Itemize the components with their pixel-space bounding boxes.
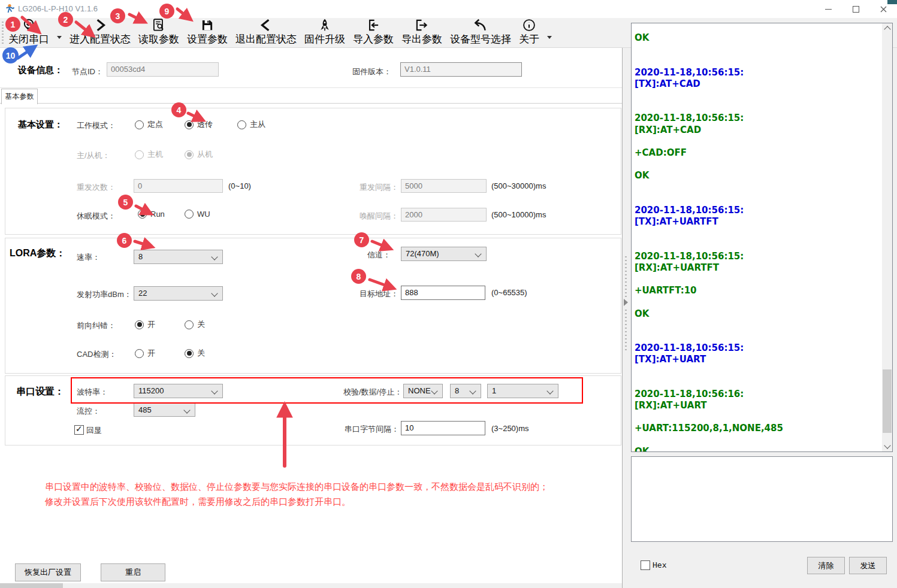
log-line: OK bbox=[635, 170, 783, 181]
log-line bbox=[635, 435, 783, 446]
rate-dropdown[interactable]: 8 bbox=[134, 250, 223, 264]
resend-interval-field[interactable]: 5000 bbox=[401, 179, 487, 193]
set-params-button[interactable]: 设置参数 bbox=[187, 17, 228, 46]
close-port-dropdown-caret[interactable] bbox=[57, 36, 62, 39]
close-port-label: 关闭串口 bbox=[8, 33, 49, 46]
step-circle-7: 7 bbox=[354, 232, 369, 247]
exit-config-label: 退出配置状态 bbox=[235, 33, 297, 46]
log-line: +UARTFT:10 bbox=[635, 285, 783, 296]
scroll-up-arrow-icon[interactable] bbox=[882, 23, 892, 34]
tab-basic-params[interactable]: 基本参数 bbox=[1, 89, 38, 104]
radio-run[interactable]: Run bbox=[138, 210, 165, 219]
step-circle-5: 5 bbox=[118, 195, 133, 210]
window-title: LG206-L-P-H10 V1.1.6 bbox=[18, 4, 98, 13]
scroll-down-arrow-icon[interactable] bbox=[882, 441, 892, 451]
radio-label: 关 bbox=[197, 319, 205, 330]
send-button[interactable]: 发送 bbox=[849, 557, 887, 574]
log-line: [TX]:AT+UARTFT bbox=[635, 216, 783, 228]
exit-config-button[interactable]: 退出配置状态 bbox=[235, 17, 297, 46]
toolbar-gripper[interactable] bbox=[2, 22, 4, 46]
send-input-area[interactable] bbox=[631, 456, 893, 542]
log-scrollbar-thumb[interactable] bbox=[883, 369, 892, 433]
log-line: [RX]:AT+UART bbox=[635, 400, 783, 411]
restart-button[interactable]: 重启 bbox=[101, 563, 165, 581]
horizontal-scrollbar-thumb[interactable] bbox=[0, 583, 63, 588]
maximize-icon bbox=[853, 6, 859, 13]
step-circle-8: 8 bbox=[351, 269, 366, 284]
target-addr-field[interactable]: 888 bbox=[401, 286, 485, 300]
enter-config-label: 进入配置状态 bbox=[70, 33, 131, 46]
read-params-label: 读取参数 bbox=[138, 33, 179, 46]
sleep-mode-label: 休眠模式： bbox=[77, 211, 116, 222]
horizontal-scrollbar[interactable] bbox=[0, 583, 622, 588]
radio-work-mode-master-slave[interactable]: 主从 bbox=[237, 119, 265, 130]
radio-circle bbox=[237, 120, 246, 129]
chevron-left-icon bbox=[258, 17, 274, 33]
radio-work-mode-fixed[interactable]: 定点 bbox=[135, 119, 163, 130]
firmware-upgrade-button[interactable]: 固件升级 bbox=[304, 17, 345, 46]
log-line: +CAD:OFF bbox=[635, 147, 783, 159]
radio-label: 关 bbox=[197, 348, 205, 359]
radio-circle bbox=[185, 150, 194, 159]
log-line bbox=[635, 377, 783, 389]
radio-label: Run bbox=[150, 210, 165, 219]
title-bar: LG206-L-P-H10 V1.1.6 bbox=[0, 0, 897, 18]
firmware-field[interactable]: V1.0.11 bbox=[400, 62, 522, 77]
radio-circle bbox=[185, 120, 194, 129]
log-line: 2020-11-18,10:56:15: bbox=[635, 67, 783, 78]
minimize-icon bbox=[825, 9, 832, 10]
minimize-button[interactable] bbox=[814, 0, 842, 18]
splitter-dots[interactable] bbox=[625, 310, 627, 350]
radio-fec-off[interactable]: 关 bbox=[185, 319, 205, 330]
resend-times-label: 重发次数： bbox=[77, 182, 116, 193]
log-line bbox=[635, 44, 783, 55]
log-line bbox=[635, 55, 783, 66]
log-line bbox=[635, 411, 783, 423]
rocket-icon bbox=[317, 17, 333, 33]
undo-arrow-icon bbox=[473, 17, 488, 33]
log-line: OK bbox=[635, 32, 783, 44]
radio-work-mode-transparent[interactable]: 透传 bbox=[185, 119, 213, 130]
log-output-area[interactable]: OK 2020-11-18,10:56:15:[TX]:AT+CAD 2020-… bbox=[631, 23, 893, 452]
radio-fec-on[interactable]: 开 bbox=[135, 319, 155, 330]
import-params-button[interactable]: 导入参数 bbox=[353, 17, 394, 46]
splitter-collapse-arrow-icon[interactable] bbox=[624, 299, 628, 306]
factory-reset-button[interactable]: 恢复出厂设置 bbox=[15, 563, 81, 581]
tx-power-dropdown[interactable]: 22 bbox=[134, 286, 223, 301]
byte-interval-field[interactable]: 10 bbox=[401, 421, 485, 435]
lora-title: LORA参数： bbox=[10, 247, 65, 260]
step-circle-4: 4 bbox=[171, 102, 186, 117]
radio-cad-off[interactable]: 关 bbox=[185, 348, 205, 359]
export-params-button[interactable]: 导出参数 bbox=[401, 17, 442, 46]
log-line bbox=[635, 239, 783, 250]
export-icon bbox=[414, 17, 430, 33]
resend-times-field[interactable]: 0 bbox=[134, 179, 223, 193]
channel-dropdown[interactable]: 72(470M) bbox=[401, 247, 487, 261]
wake-interval-field[interactable]: 2000 bbox=[401, 208, 487, 222]
firmware-upgrade-label: 固件升级 bbox=[304, 33, 345, 46]
radio-slave[interactable]: 从机 bbox=[185, 149, 213, 160]
about-dropdown-caret[interactable] bbox=[547, 36, 552, 39]
radio-label: 定点 bbox=[147, 119, 163, 130]
resend-interval-hint: (500~30000)ms bbox=[491, 181, 546, 190]
log-scrollbar[interactable] bbox=[882, 23, 892, 451]
log-line: OK bbox=[635, 446, 783, 452]
node-id-field[interactable]: 00053cd4 bbox=[107, 62, 219, 77]
clear-button[interactable]: 清除 bbox=[807, 557, 845, 574]
splitter-dots[interactable] bbox=[625, 256, 627, 297]
radio-cad-on[interactable]: 开 bbox=[135, 348, 155, 359]
echo-checkbox[interactable] bbox=[74, 425, 84, 435]
device-model-select-button[interactable]: 设备型号选择 bbox=[450, 17, 511, 46]
about-button[interactable]: 关于 bbox=[519, 17, 539, 46]
radio-circle bbox=[135, 349, 144, 358]
radio-master[interactable]: 主机 bbox=[135, 149, 163, 160]
radio-wu[interactable]: WU bbox=[185, 210, 210, 219]
log-line bbox=[635, 228, 783, 239]
read-params-button[interactable]: 读取参数 bbox=[138, 17, 179, 46]
maximize-button[interactable] bbox=[842, 0, 869, 18]
log-line: 2020-11-18,10:56:15: bbox=[635, 343, 783, 354]
hex-checkbox[interactable] bbox=[641, 560, 650, 570]
radio-circle bbox=[138, 210, 147, 219]
flow-dropdown[interactable]: 485 bbox=[134, 403, 195, 417]
corner-fragment bbox=[887, 0, 897, 4]
